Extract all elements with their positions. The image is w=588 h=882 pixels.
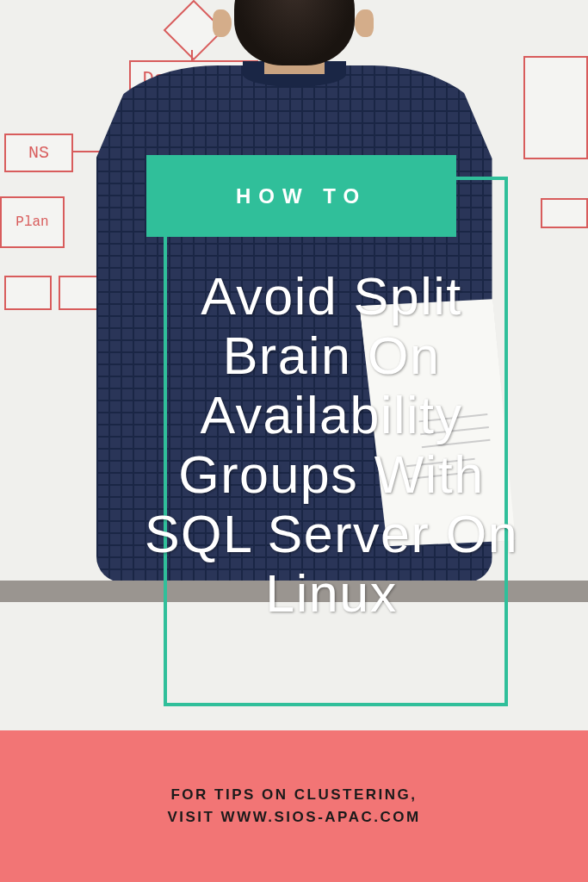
footer-bar: FOR TIPS ON CLUSTERING, VISIT WWW.SIOS-A… [0,730,588,882]
person-ear [355,9,374,37]
flowchart-box-plan: Plan [0,196,65,248]
flowchart-box-right [541,198,588,228]
flowchart-box-right [523,56,588,159]
person-head [234,0,355,65]
category-badge: HOW TO [146,155,456,237]
flowchart-box-ns: NS [4,134,73,172]
badge-label: HOW TO [236,184,367,208]
footer-line-1: FOR TIPS ON CLUSTERING, [170,786,417,804]
article-title: Avoid Split Brain On Availability Groups… [133,267,529,624]
flowchart-box-small [4,276,52,310]
person-ear [213,9,232,37]
footer-line-2: VISIT WWW.SIOS-APAC.COM [167,809,420,826]
